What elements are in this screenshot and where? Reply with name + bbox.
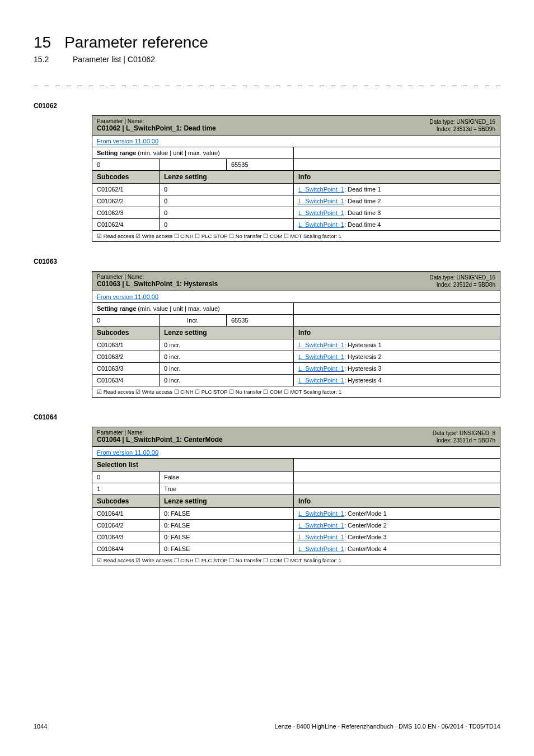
info-link[interactable]: L_SwitchPoint_1 <box>298 365 344 372</box>
setting-range-label: Setting range <box>97 305 136 312</box>
param-index: Index: 23511d = 5BD7h <box>433 437 495 444</box>
param-index: Index: 23512d = 5BD8h <box>429 281 495 288</box>
col-lenze-setting: Lenze setting <box>160 326 294 339</box>
param-table-c01064: Parameter | Name: C01064 | L_SwitchPoint… <box>92 427 500 566</box>
col-info: Info <box>294 326 500 339</box>
param-datatype: Data type: UNSIGNED_16 <box>429 118 495 125</box>
col-subcodes: Subcodes <box>92 495 160 508</box>
setting-max: 65535 <box>227 315 294 326</box>
col-lenze-setting: Lenze setting <box>160 171 294 184</box>
table-row: C01062/30L_SwitchPoint_1: Dead time 3 <box>92 207 500 219</box>
divider-dashes: _ _ _ _ _ _ _ _ _ _ _ _ _ _ _ _ _ _ _ _ … <box>34 77 500 86</box>
setting-min: 0 <box>92 315 160 326</box>
param-header-name: C01064 | L_SwitchPoint_1: CenterMode <box>97 436 223 444</box>
access-footer: ☑ Read access ☑ Write access ☐ CINH ☐ PL… <box>92 386 500 398</box>
table-row: C01063/40 incr.L_SwitchPoint_1: Hysteres… <box>92 375 500 386</box>
param-header-name: C01063 | L_SwitchPoint_1: Hysteresis <box>97 280 218 288</box>
version-link[interactable]: From version 11.00.00 <box>97 138 158 144</box>
info-link[interactable]: L_SwitchPoint_1 <box>298 198 344 204</box>
param-section-label: C01063 <box>34 258 500 265</box>
info-link[interactable]: L_SwitchPoint_1 <box>298 209 344 216</box>
table-row: C01063/10 incr.L_SwitchPoint_1: Hysteres… <box>92 339 500 351</box>
access-footer: ☑ Read access ☑ Write access ☐ CINH ☐ PL… <box>92 555 500 566</box>
param-header-label: Parameter | Name: <box>97 430 223 436</box>
table-row: C01063/20 incr.L_SwitchPoint_1: Hysteres… <box>92 351 500 363</box>
version-link[interactable]: From version 11.00.00 <box>97 293 158 300</box>
table-row: C01064/20: FALSEL_SwitchPoint_1: CenterM… <box>92 520 500 531</box>
info-link[interactable]: L_SwitchPoint_1 <box>298 377 344 384</box>
info-link[interactable]: L_SwitchPoint_1 <box>298 545 344 552</box>
table-row: C01064/30: FALSEL_SwitchPoint_1: CenterM… <box>92 531 500 543</box>
info-link[interactable]: L_SwitchPoint_1 <box>298 221 344 228</box>
chapter-number: 15 <box>34 34 51 52</box>
chapter-title: Parameter reference <box>64 34 208 52</box>
setting-range-sub: (min. value | unit | max. value) <box>138 305 219 312</box>
param-index: Index: 23513d = 5BD9h <box>429 125 495 133</box>
setting-min: 0 <box>92 159 160 171</box>
table-row: C01062/20L_SwitchPoint_1: Dead time 2 <box>92 195 500 207</box>
table-row: C01063/30 incr.L_SwitchPoint_1: Hysteres… <box>92 363 500 375</box>
info-link[interactable]: L_SwitchPoint_1 <box>298 534 344 540</box>
setting-max: 65535 <box>227 159 294 171</box>
info-link[interactable]: L_SwitchPoint_1 <box>298 353 344 360</box>
col-subcodes: Subcodes <box>92 326 160 339</box>
info-link[interactable]: L_SwitchPoint_1 <box>298 186 344 193</box>
setting-range-sub: (min. value | unit | max. value) <box>138 150 219 156</box>
param-table-c01062: Parameter | Name: C01062 | L_SwitchPoint… <box>92 115 500 242</box>
table-row: C01064/40: FALSEL_SwitchPoint_1: CenterM… <box>92 543 500 555</box>
param-table-c01063: Parameter | Name: C01063 | L_SwitchPoint… <box>92 271 500 398</box>
page-number: 1044 <box>34 723 47 730</box>
setting-unit: Incr. <box>160 315 227 326</box>
section-number: 15.2 <box>34 55 59 64</box>
info-link[interactable]: L_SwitchPoint_1 <box>298 510 344 517</box>
param-header-name: C01062 | L_SwitchPoint_1: Dead time <box>97 124 216 132</box>
info-link[interactable]: L_SwitchPoint_1 <box>298 342 344 348</box>
section-title: Parameter list | C01062 <box>73 55 155 64</box>
table-row: 0False <box>92 472 500 483</box>
param-section-label: C01062 <box>34 102 500 110</box>
table-row: C01062/40L_SwitchPoint_1: Dead time 4 <box>92 219 500 231</box>
col-info: Info <box>294 171 500 184</box>
table-row: C01064/10: FALSEL_SwitchPoint_1: CenterM… <box>92 508 500 520</box>
param-datatype: Data type: UNSIGNED_8 <box>433 430 495 437</box>
info-link[interactable]: L_SwitchPoint_1 <box>298 522 344 529</box>
col-subcodes: Subcodes <box>92 171 160 184</box>
col-lenze-setting: Lenze setting <box>160 495 294 508</box>
setting-range-label: Setting range <box>97 150 136 156</box>
param-section-label: C01064 <box>34 413 500 421</box>
version-link[interactable]: From version 11.00.00 <box>97 449 158 456</box>
access-footer: ☑ Read access ☑ Write access ☐ CINH ☐ PL… <box>92 231 500 242</box>
table-row: 1True <box>92 483 500 495</box>
selection-list-label: Selection list <box>92 459 294 472</box>
param-datatype: Data type: UNSIGNED_16 <box>429 274 495 281</box>
param-header-label: Parameter | Name: <box>97 274 218 280</box>
param-header-label: Parameter | Name: <box>97 118 216 124</box>
col-info: Info <box>294 495 500 508</box>
table-row: C01062/10L_SwitchPoint_1: Dead time 1 <box>92 184 500 195</box>
footer-reference: Lenze · 8400 HighLine · Referenzhandbuch… <box>275 723 500 730</box>
